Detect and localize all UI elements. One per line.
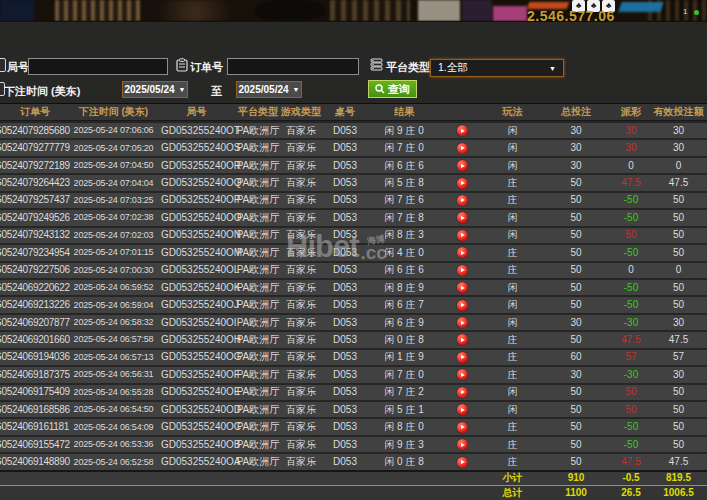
cell-play-side: 庄 [485, 352, 540, 362]
filter-panel: 局号 订单号 平台类型 1.全部 ▼ 下注时间 (美东) 2025/05/24 … [0, 21, 707, 104]
cell-result: 闲 7 庄 0 [368, 370, 440, 380]
date-to-value: 2025/05/24 [239, 84, 289, 95]
table-header-row: 订单号 下注时间 (美东) 局号 平台类型 游戏类型 桌号 结果 玩法 总投注 … [0, 103, 707, 121]
play-video-button[interactable] [457, 282, 468, 293]
cell-result: 闲 7 庄 0 [368, 143, 440, 153]
cell-round-id: GD053255240OK [157, 283, 236, 293]
search-icon [375, 84, 385, 94]
order-input[interactable] [227, 58, 359, 75]
table-row[interactable]: G0524069213226 2025-05-24 06:59:04 GD053… [0, 295, 707, 312]
cell-bet-time: 2025-05-24 06:58:32 [70, 318, 157, 327]
search-button[interactable]: 查询 [368, 80, 417, 98]
date-from-value: 2025/05/24 [125, 84, 175, 95]
cell-result: 闲 0 庄 8 [368, 335, 440, 345]
cell-total-bet: 30 [540, 143, 612, 153]
table-row[interactable]: G0524079249526 2025-05-24 07:02:38 GD053… [0, 208, 707, 225]
col-header-playside: 玩法 [485, 107, 540, 117]
cell-platform: PA欧洲厅 [236, 457, 280, 467]
table-row[interactable]: G0524079243132 2025-05-24 07:02:03 GD053… [0, 226, 707, 243]
cell-order-id: G0524079285680 [0, 126, 70, 136]
col-header-time: 下注时间 (美东) [70, 107, 157, 117]
table-row[interactable]: G0524079277779 2025-05-24 07:05:20 GD053… [0, 138, 707, 155]
cell-order-id: G0524069155472 [0, 440, 70, 450]
platform-type-label: 平台类型 [386, 60, 430, 75]
table-row[interactable]: G0524069207877 2025-05-24 06:58:32 GD053… [0, 313, 707, 330]
play-video-button[interactable] [457, 195, 468, 206]
table-row[interactable]: G0524079227506 2025-05-24 07:00:30 GD053… [0, 261, 707, 278]
table-row[interactable]: G0524079234954 2025-05-24 07:01:15 GD053… [0, 243, 707, 260]
play-video-button[interactable] [457, 457, 468, 468]
play-video-button[interactable] [457, 143, 468, 154]
cell-bet-time: 2025-05-24 07:02:03 [70, 231, 157, 240]
cell-result: 闲 8 庄 0 [368, 422, 440, 432]
play-video-button[interactable] [457, 334, 468, 345]
table-row[interactable]: G0524069194036 2025-05-24 06:57:13 GD053… [0, 348, 707, 365]
date-from-picker[interactable]: 2025/05/24 ▼ [122, 81, 188, 98]
bg-shape [0, 0, 34, 21]
play-video-button[interactable] [457, 387, 468, 398]
payout-cell: 0 [612, 265, 650, 275]
cell-order-id: G0524079272189 [0, 161, 70, 171]
play-icon [461, 268, 465, 272]
table-row[interactable]: G0524069161181 2025-05-24 06:54:09 GD053… [0, 417, 707, 434]
table-row[interactable]: G0524069155472 2025-05-24 06:53:36 GD053… [0, 435, 707, 452]
play-video-button[interactable] [457, 265, 468, 276]
cell-order-id: G0524069187375 [0, 370, 70, 380]
cell-bet-time: 2025-05-24 07:05:20 [70, 144, 157, 153]
cell-play-side: 闲 [485, 230, 540, 240]
cell-round-id: GD053255240OE [157, 387, 236, 397]
table-row[interactable]: G0524069175409 2025-05-24 06:55:28 GD053… [0, 383, 707, 400]
payout-cell: 57 [612, 352, 650, 362]
table-row[interactable]: G0524069187375 2025-05-24 06:56:31 GD053… [0, 365, 707, 382]
cell-total-bet: 50 [540, 283, 612, 293]
cell-valid-bet: 50 [650, 387, 707, 397]
play-video-button[interactable] [457, 212, 468, 223]
table-row[interactable]: G0524079285680 2025-05-24 07:06:06 GD053… [0, 121, 707, 138]
cell-bet-time: 2025-05-24 06:57:13 [70, 353, 157, 362]
cell-platform: PA欧洲厅 [236, 352, 280, 362]
table-row[interactable]: G0524069201660 2025-05-24 06:57:58 GD053… [0, 330, 707, 347]
play-video-button[interactable] [457, 247, 468, 258]
cell-order-id: G0524069194036 [0, 352, 70, 362]
play-video-button[interactable] [457, 125, 468, 136]
cell-table-no: D053 [322, 143, 368, 153]
payout-cell: 30 [612, 143, 650, 153]
table-row[interactable]: G0524079264423 2025-05-24 07:04:04 GD053… [0, 173, 707, 190]
cell-game-type: 百家乐 [280, 143, 322, 153]
table-row[interactable]: G0524069168586 2025-05-24 06:54:50 GD053… [0, 400, 707, 417]
table-row[interactable]: G0524079257437 2025-05-24 07:03:25 GD053… [0, 191, 707, 208]
play-video-button[interactable] [457, 352, 468, 363]
table-row[interactable]: G0524069220622 2025-05-24 06:59:52 GD053… [0, 278, 707, 295]
play-video-button[interactable] [457, 404, 468, 415]
play-video-button[interactable] [457, 422, 468, 433]
play-video-button[interactable] [457, 160, 468, 171]
cell-round-id: GD053255240OO [157, 213, 236, 223]
cell-platform: PA欧洲厅 [236, 300, 280, 310]
total-label: 总计 [485, 488, 540, 498]
cell-play-side: 庄 [485, 335, 540, 345]
play-video-button[interactable] [457, 439, 468, 450]
cell-game-type: 百家乐 [280, 318, 322, 328]
cell-valid-bet: 50 [650, 300, 707, 310]
platform-type-select[interactable]: 1.全部 ▼ [430, 59, 564, 77]
cell-game-type: 百家乐 [280, 213, 322, 223]
subtotal-row: 小计 910 -0.5 819.5 [0, 470, 707, 485]
play-video-button[interactable] [457, 317, 468, 328]
play-video-button[interactable] [457, 178, 468, 189]
table-row[interactable]: G0524069148890 2025-05-24 06:52:58 GD053… [0, 452, 707, 469]
cell-bet-time: 2025-05-24 07:00:30 [70, 266, 157, 275]
clipboard-icon [176, 58, 188, 72]
cell-total-bet: 50 [540, 335, 612, 345]
bg-shape [55, 0, 140, 21]
cell-table-no: D053 [322, 300, 368, 310]
date-to-picker[interactable]: 2025/05/24 ▼ [236, 81, 302, 98]
play-video-button[interactable] [457, 369, 468, 380]
play-video-button[interactable] [457, 300, 468, 311]
cell-total-bet: 30 [540, 126, 612, 136]
cell-valid-bet: 57 [650, 352, 707, 362]
play-video-button[interactable] [457, 230, 468, 241]
table-row[interactable]: G0524079272189 2025-05-24 07:04:50 GD053… [0, 156, 707, 173]
round-input[interactable] [28, 58, 168, 75]
cell-total-bet: 50 [540, 422, 612, 432]
cell-play-side: 庄 [485, 457, 540, 467]
